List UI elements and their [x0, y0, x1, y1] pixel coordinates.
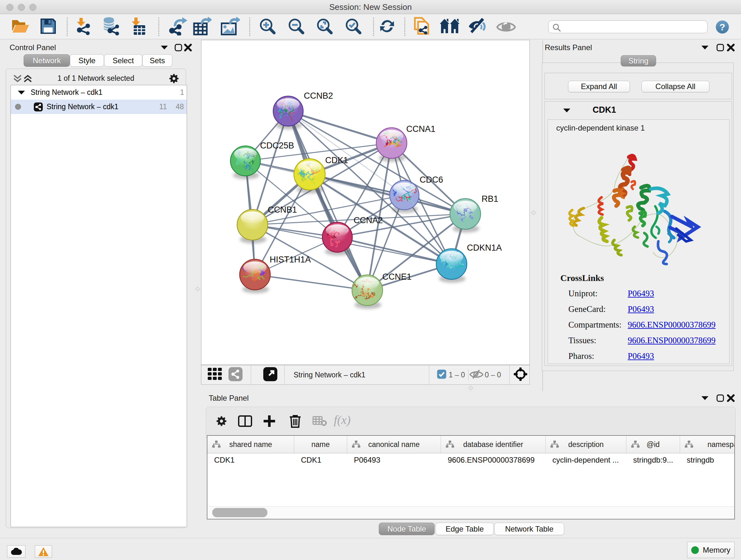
memory-button[interactable]: Memory [687, 542, 735, 558]
left-splitter-handle[interactable] [194, 286, 201, 292]
close-panel-icon[interactable] [727, 394, 735, 402]
zoom-in-icon[interactable] [259, 17, 276, 36]
selected-checkbox-icon[interactable] [437, 370, 447, 380]
help-button[interactable]: ? [716, 20, 729, 34]
tab-network[interactable]: Network [23, 54, 70, 67]
column-header-name[interactable]: name [294, 436, 347, 453]
export-image-icon[interactable] [221, 17, 240, 37]
export-table-icon[interactable] [193, 17, 212, 37]
node-RB1[interactable] [450, 198, 481, 233]
panel-menu-icon[interactable] [701, 395, 709, 401]
scrollbar-thumb[interactable] [212, 508, 267, 517]
network-options-gear-icon[interactable] [169, 74, 179, 83]
tab-select[interactable]: Select [104, 54, 142, 67]
column-header-description[interactable]: description [546, 436, 626, 453]
birdseye-grid-icon[interactable] [208, 368, 222, 382]
tab-sets[interactable]: Sets [142, 54, 172, 67]
float-panel-icon[interactable] [174, 44, 183, 52]
tab-node-table[interactable]: Node Table [379, 523, 434, 535]
crosslink-link[interactable]: 9606.ENSP00000378699 [628, 320, 716, 330]
export-view-button[interactable] [263, 367, 277, 382]
delete-column-icon[interactable] [289, 415, 301, 428]
crosslink-link[interactable]: 9606.ENSP00000378699 [628, 335, 716, 346]
column-header-namespace[interactable]: namespace [680, 436, 735, 453]
table-options-gear-icon[interactable] [216, 416, 226, 427]
node-CDK1[interactable] [294, 159, 325, 193]
node-CCNB2[interactable] [273, 92, 303, 130]
float-panel-icon[interactable] [716, 394, 724, 402]
cell-description[interactable]: cyclin-dependent ... [546, 454, 626, 468]
tab-edge-table[interactable]: Edge Table [435, 523, 494, 535]
tab-string[interactable]: String [621, 55, 656, 66]
table-horizontal-scrollbar[interactable] [208, 506, 735, 518]
column-header-canonical-name[interactable]: canonical name [347, 436, 441, 453]
gene-section-header[interactable]: CDK1 [545, 102, 732, 119]
zoom-out-icon[interactable] [287, 17, 305, 36]
open-file-icon[interactable] [11, 18, 30, 36]
zoom-fit-icon[interactable] [316, 17, 333, 36]
zoom-selected-icon[interactable] [345, 17, 362, 36]
function-builder-icon[interactable]: f(x) [334, 413, 351, 427]
network-collection-row[interactable]: String Network – cdk1 1 [11, 85, 187, 100]
birdseye-toggle-icon[interactable] [514, 367, 528, 382]
node-CCNA1[interactable] [376, 128, 407, 162]
hide-selected-icon[interactable] [468, 17, 487, 36]
first-neighbors-icon[interactable] [440, 18, 460, 35]
float-panel-icon[interactable] [716, 44, 724, 52]
column-header-@id[interactable]: @id [626, 436, 680, 453]
column-header-database-identifier[interactable]: database identifier [441, 436, 546, 453]
cell-database-identifier[interactable]: 9606.ENSP00000378699 [441, 454, 546, 468]
node-CCNA2[interactable] [322, 222, 352, 255]
export-network-icon[interactable] [169, 17, 188, 37]
bottom-splitter-handle[interactable] [468, 385, 474, 391]
show-all-icon[interactable] [496, 19, 516, 35]
crosslink-link[interactable]: P06493 [628, 304, 654, 314]
section-expander-icon[interactable] [562, 108, 571, 113]
table-row[interactable]: CDK1CDK1P064939606.ENSP00000378699cyclin… [207, 454, 734, 468]
cell-shared-name[interactable]: CDK1 [207, 454, 294, 468]
node-CCNE1[interactable] [352, 275, 383, 309]
search-field[interactable] [548, 20, 708, 33]
collapse-all-button[interactable]: Collapse All [642, 81, 710, 92]
panel-menu-icon[interactable] [160, 45, 169, 50]
crosslink-link[interactable]: P06493 [628, 289, 654, 299]
cell-namespace[interactable]: stringdb [680, 454, 735, 468]
edge-CCNB2-CCNA1[interactable] [288, 111, 392, 143]
column-header-shared-name[interactable]: shared name [207, 436, 294, 453]
tab-style[interactable]: Style [70, 54, 104, 67]
crosslink-link[interactable]: P06493 [628, 351, 654, 361]
expand-all-button[interactable]: Expand All [568, 81, 630, 92]
import-network-database-icon[interactable] [100, 17, 120, 37]
clone-network-icon[interactable] [414, 17, 431, 37]
edge-HIST1H1A-CCNE1[interactable] [255, 274, 367, 290]
collection-expander-icon[interactable] [17, 90, 25, 95]
warnings-button[interactable] [35, 545, 52, 558]
tab-network-table[interactable]: Network Table [494, 523, 564, 535]
network-row-selected[interactable]: String Network – cdk1 11 48 [11, 100, 187, 114]
node-CDC6[interactable] [390, 180, 419, 213]
close-panel-icon[interactable] [184, 44, 192, 52]
node-CCNB1[interactable] [237, 209, 268, 243]
network-tree: String Network – cdk1 1 String Network –… [10, 85, 187, 527]
refresh-icon[interactable] [379, 18, 395, 36]
show-columns-icon[interactable] [238, 415, 252, 427]
panel-menu-icon[interactable] [701, 45, 709, 50]
node-CDC25B[interactable] [230, 145, 260, 179]
search-input[interactable] [562, 21, 703, 32]
save-session-icon[interactable] [40, 18, 56, 36]
right-splitter-handle[interactable] [530, 209, 537, 216]
network-view-canvas[interactable]: CCNB2CCNA1CDC25BCDK1CDC6RB1CCNB1CCNA2CDK… [201, 40, 530, 365]
add-column-icon[interactable] [263, 415, 276, 428]
cloud-services-button[interactable] [7, 545, 25, 558]
node-HIST1H1A[interactable] [240, 259, 270, 293]
close-panel-icon[interactable] [727, 44, 735, 52]
delete-table-icon[interactable] [313, 416, 327, 426]
cell-@id[interactable]: stringdb:9... [626, 454, 680, 468]
share-view-button[interactable] [228, 367, 243, 382]
cell-canonical-name[interactable]: P06493 [347, 454, 441, 468]
node-CDKN1A[interactable] [436, 249, 467, 283]
import-network-file-icon[interactable] [74, 17, 92, 37]
column-header-label: database identifier [441, 440, 545, 449]
cell-name[interactable]: CDK1 [294, 454, 347, 468]
import-table-file-icon[interactable] [129, 17, 146, 37]
